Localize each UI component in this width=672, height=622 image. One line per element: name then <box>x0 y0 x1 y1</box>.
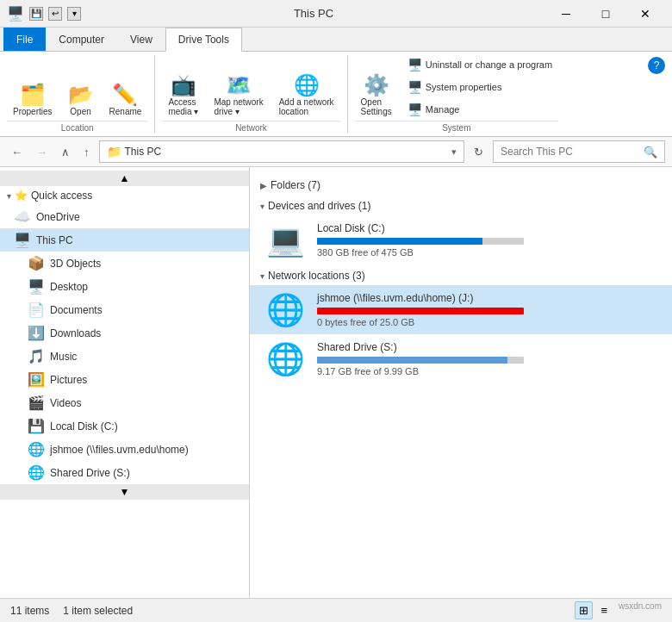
list-view-button[interactable]: ≡ <box>596 601 612 619</box>
help-button[interactable]: ? <box>648 57 665 74</box>
jshmoe-drive-name: jshmoe (\\files.uvm.edu\home) (J:) <box>317 292 658 304</box>
onedrive-icon: ☁️ <box>14 208 31 225</box>
shared-drive-size: 9.17 GB free of 9.99 GB <box>317 366 658 376</box>
view-controls: ⊞ ≡ wsxdn.com <box>575 601 662 619</box>
shared-drive-bar <box>317 357 507 364</box>
jshmoe-drive-item[interactable]: 🌐 jshmoe (\\files.uvm.edu\home) (J:) 0 b… <box>250 285 672 334</box>
folders-chevron: ▶ <box>260 181 267 190</box>
3d-objects-label: 3D Objects <box>50 258 101 270</box>
map-drive-label: Map networkdrive ▾ <box>214 97 263 116</box>
local-disk-c-item[interactable]: 💻 Local Disk (C:) 380 GB free of 475 GB <box>250 215 672 264</box>
tab-view[interactable]: View <box>117 28 165 51</box>
local-disk-bar <box>317 238 482 245</box>
scroll-up-btn[interactable]: ▲ <box>0 171 249 186</box>
sidebar-item-music[interactable]: 🎵 Music <box>0 345 249 368</box>
network-locations-section-header[interactable]: ▾ Network locations (3) <box>250 264 672 285</box>
access-media-label: Accessmedia ▾ <box>168 97 198 116</box>
quick-access-chevron: ▾ <box>7 191 11 201</box>
downloads-icon: ⬇️ <box>28 325 45 341</box>
sidebar-item-pictures[interactable]: 🖼️ Pictures <box>0 368 249 391</box>
videos-label: Videos <box>50 397 81 409</box>
search-input[interactable] <box>501 146 640 158</box>
maximize-button[interactable]: □ <box>586 0 625 28</box>
manage-button[interactable]: 🖥️ Manage <box>401 100 558 119</box>
tab-file[interactable]: File <box>3 28 46 51</box>
back-button[interactable]: ← <box>7 143 27 161</box>
quick-access-btn[interactable]: 💾 <box>29 7 43 21</box>
tab-drive-tools[interactable]: Drive Tools <box>165 28 242 52</box>
local-disk-name: Local Disk (C:) <box>317 222 658 234</box>
open-settings-button[interactable]: ⚙️ OpenSettings <box>355 72 398 119</box>
jshmoe-size: 0 bytes free of 25.0 GB <box>317 317 658 327</box>
rename-button[interactable]: ✏️ Rename <box>103 82 148 119</box>
folders-section-header[interactable]: ▶ Folders (7) <box>250 174 672 195</box>
local-disk-drive-icon: 💻 <box>264 225 307 256</box>
settings-icon: ⚙️ <box>364 75 389 96</box>
sidebar-item-3d-objects[interactable]: 📦 3D Objects <box>0 252 249 275</box>
system-properties-button[interactable]: 🖥️ System properties <box>401 78 558 96</box>
music-label: Music <box>50 351 77 363</box>
jshmoe-bar-wrap <box>317 308 524 314</box>
pictures-label: Pictures <box>50 374 87 386</box>
minimize-button[interactable]: ─ <box>546 0 586 28</box>
address-dropdown-arrow[interactable]: ▾ <box>451 146 457 158</box>
add-network-label: Add a networklocation <box>279 97 334 116</box>
documents-label: Documents <box>50 304 103 316</box>
location-group-label: Location <box>7 121 147 133</box>
scroll-down-btn[interactable]: ▼ <box>0 484 249 500</box>
ribbon-group-location: 🗂️ Properties 📂 Open ✏️ Rename Location <box>7 55 155 133</box>
manage-label: Manage <box>426 104 460 115</box>
sidebar-item-desktop[interactable]: 🖥️ Desktop <box>0 275 249 298</box>
videos-icon: 🎬 <box>28 395 45 411</box>
sidebar-item-local-disk[interactable]: 💾 Local Disk (C:) <box>0 414 249 438</box>
shared-drive-icon: 🌐 <box>264 344 307 375</box>
status-bar: 11 items 1 item selected ⊞ ≡ wsxdn.com <box>0 598 672 622</box>
system-links: 🖥️ Uninstall or change a program 🖥️ Syst… <box>401 55 558 119</box>
undo-btn[interactable]: ↩ <box>48 7 62 21</box>
sidebar-item-onedrive[interactable]: ☁️ OneDrive <box>0 205 249 228</box>
sidebar-item-shared-drive[interactable]: 🌐 Shared Drive (S:) <box>0 461 249 484</box>
map-drive-icon: 🗺️ <box>226 75 252 96</box>
open-button[interactable]: 📂 Open <box>62 82 100 119</box>
access-media-button[interactable]: 📺 Accessmedia ▾ <box>162 72 204 119</box>
search-bar[interactable]: 🔍 <box>493 140 665 163</box>
folder-icon: 📁 <box>107 145 121 159</box>
refresh-button[interactable]: ↻ <box>470 143 488 161</box>
sys-props-icon: 🖥️ <box>408 80 422 94</box>
shared-drive-bar-wrap <box>317 357 524 364</box>
up-button[interactable]: ↑ <box>79 143 94 161</box>
open-label: Open <box>70 107 90 116</box>
devices-chevron: ▾ <box>260 202 264 211</box>
3d-objects-icon: 📦 <box>28 255 45 271</box>
sidebar: ▲ ▾ ⭐ Quick access ☁️ OneDrive 🖥️ This P… <box>0 167 250 598</box>
local-disk-bar-wrap <box>317 238 524 245</box>
uninstall-button[interactable]: 🖥️ Uninstall or change a program <box>401 55 558 74</box>
properties-icon: 🗂️ <box>20 84 46 105</box>
sidebar-item-documents[interactable]: 📄 Documents <box>0 298 249 321</box>
address-bar-input[interactable]: 📁 This PC ▾ <box>99 140 465 163</box>
shared-drive-name: Shared Drive (S:) <box>317 341 658 353</box>
map-network-drive-button[interactable]: 🗺️ Map networkdrive ▾ <box>208 72 269 119</box>
title-more-btn[interactable]: ▾ <box>67 7 81 21</box>
grid-view-button[interactable]: ⊞ <box>575 601 593 619</box>
devices-drives-section-header[interactable]: ▾ Devices and drives (1) <box>250 195 672 215</box>
recent-locations-button[interactable]: ∧ <box>57 143 74 161</box>
folders-label: Folders (7) <box>271 179 320 191</box>
sidebar-item-this-pc[interactable]: 🖥️ This PC <box>0 228 249 252</box>
sidebar-item-quick-access[interactable]: ▾ ⭐ Quick access <box>0 186 249 205</box>
close-button[interactable]: ✕ <box>625 0 665 28</box>
jshmoe-bar <box>317 308 524 314</box>
sidebar-item-downloads[interactable]: ⬇️ Downloads <box>0 321 249 345</box>
network-group-label: Network <box>162 121 339 133</box>
tab-computer[interactable]: Computer <box>46 28 117 51</box>
shared-drive-s-item[interactable]: 🌐 Shared Drive (S:) 9.17 GB free of 9.99… <box>250 334 672 383</box>
sidebar-item-jshmoe[interactable]: 🌐 jshmoe (\\files.uvm.edu\home) <box>0 438 249 461</box>
add-network-location-button[interactable]: 🌐 Add a networklocation <box>273 72 340 119</box>
properties-button[interactable]: 🗂️ Properties <box>7 82 59 119</box>
sidebar-item-videos[interactable]: 🎬 Videos <box>0 391 249 414</box>
documents-icon: 📄 <box>28 302 45 318</box>
forward-button[interactable]: → <box>32 143 52 161</box>
ribbon-group-system: ⚙️ OpenSettings 🖥️ Uninstall or change a… <box>355 55 566 133</box>
window-title: This PC <box>294 7 333 20</box>
item-count: 11 items <box>10 605 49 617</box>
